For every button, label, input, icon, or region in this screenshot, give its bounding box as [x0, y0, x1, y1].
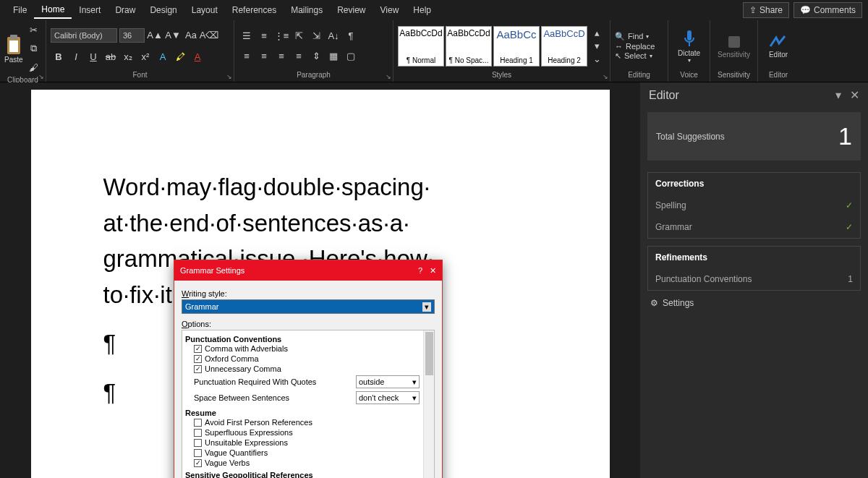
tab-design[interactable]: Design: [142, 2, 184, 18]
styles-more-icon[interactable]: ⌄: [589, 53, 605, 66]
checkbox-icon[interactable]: ✓: [194, 345, 202, 353]
text-effects-icon[interactable]: A: [155, 49, 171, 65]
checkbox-icon[interactable]: ✓: [194, 459, 202, 467]
numbering-icon[interactable]: ≡: [256, 28, 272, 44]
option-row[interactable]: Superfluous Expressions: [185, 427, 431, 438]
indent-icon[interactable]: ⇲: [308, 28, 324, 44]
dialog-launcher-icon[interactable]: ↘: [603, 73, 608, 80]
shrink-font-icon[interactable]: A▼: [165, 27, 181, 43]
total-suggestions-card[interactable]: Total Suggestions 1: [647, 112, 861, 161]
option-row[interactable]: ✓Comma with Adverbials: [185, 343, 431, 354]
find-button[interactable]: 🔍Find▾: [615, 32, 655, 41]
option-row[interactable]: ✓Oxford Comma: [185, 354, 431, 364]
change-case-icon[interactable]: Aa: [183, 27, 199, 43]
writing-style-select[interactable]: Grammar▾: [182, 299, 435, 314]
editor-button[interactable]: Editor: [762, 33, 794, 59]
strike-button[interactable]: ab: [103, 49, 119, 65]
paste-button[interactable]: Paste: [4, 34, 23, 64]
outdent-icon[interactable]: ⇱: [291, 28, 307, 44]
chevron-down-icon: ▾: [412, 393, 417, 403]
tab-home[interactable]: Home: [34, 1, 72, 19]
grammar-item[interactable]: Grammar✓: [648, 216, 860, 238]
tab-draw[interactable]: Draw: [108, 2, 142, 18]
space-dropdown[interactable]: don't check▾: [356, 391, 420, 404]
borders-icon[interactable]: ▢: [343, 48, 359, 64]
punctuation-item[interactable]: Punctuation Conventions1: [648, 268, 860, 290]
mic-icon: [682, 29, 697, 49]
tab-references[interactable]: References: [225, 2, 284, 18]
styles-down-icon[interactable]: ▾: [589, 40, 605, 53]
bullets-icon[interactable]: ☰: [239, 28, 255, 44]
tab-insert[interactable]: Insert: [72, 2, 108, 18]
shading-icon[interactable]: ▦: [326, 48, 341, 64]
tab-layout[interactable]: Layout: [184, 2, 225, 18]
style-heading1[interactable]: AaBbCcHeading 1: [493, 26, 540, 67]
option-row[interactable]: ✓Vague Verbs: [185, 458, 431, 468]
copy-icon[interactable]: ⧉: [26, 40, 42, 56]
checkbox-icon[interactable]: [194, 439, 202, 447]
checkbox-icon[interactable]: [194, 449, 202, 457]
clear-format-icon[interactable]: A⌫: [201, 27, 217, 43]
close-icon[interactable]: ✕: [430, 266, 436, 276]
chevron-down-icon[interactable]: ▾: [835, 88, 841, 102]
underline-button[interactable]: U: [85, 49, 101, 65]
scrollbar[interactable]: [423, 330, 434, 478]
highlight-icon[interactable]: 🖍: [172, 49, 188, 65]
align-center-icon[interactable]: ≡: [256, 48, 272, 64]
group-label: Editor: [762, 70, 794, 82]
style-heading2[interactable]: AaBbCcDHeading 2: [541, 26, 587, 67]
show-marks-icon[interactable]: ¶: [343, 28, 359, 44]
font-color-icon[interactable]: A: [190, 49, 205, 65]
total-count: 1: [838, 122, 852, 150]
group-label: Styles: [398, 70, 605, 82]
share-button[interactable]: ⇪Share: [743, 2, 789, 18]
cut-icon[interactable]: ✂: [26, 22, 42, 38]
sort-icon[interactable]: A↓: [326, 28, 341, 44]
help-icon[interactable]: ?: [418, 266, 422, 276]
font-family-select[interactable]: [51, 28, 117, 43]
menubar: File Home Insert Draw Design Layout Refe…: [0, 0, 868, 20]
option-row[interactable]: Unsuitable Expressions: [185, 438, 431, 448]
options-label: Options:: [182, 320, 435, 328]
tab-review[interactable]: Review: [330, 2, 373, 18]
dictate-button[interactable]: Dictate▾: [673, 29, 705, 64]
quotes-dropdown[interactable]: outside▾: [356, 375, 420, 388]
styles-up-icon[interactable]: ▴: [589, 27, 605, 40]
tab-view[interactable]: View: [373, 2, 407, 18]
multilevel-icon[interactable]: ⋮≡: [273, 28, 289, 44]
style-no-spacing[interactable]: AaBbCcDd¶ No Spac...: [446, 26, 492, 67]
dialog-launcher-icon[interactable]: ↘: [386, 73, 391, 80]
close-icon[interactable]: ✕: [850, 88, 859, 102]
option-row[interactable]: Avoid First Person References: [185, 417, 431, 427]
font-size-select[interactable]: [119, 28, 145, 43]
select-button[interactable]: ↖Select▾: [615, 51, 655, 61]
style-normal[interactable]: AaBbCcDd¶ Normal: [398, 26, 444, 67]
subscript-button[interactable]: x₂: [120, 49, 136, 65]
dialog-launcher-icon[interactable]: ↘: [226, 73, 232, 80]
dialog-launcher-icon[interactable]: ↘: [38, 73, 44, 80]
checkbox-icon[interactable]: [194, 419, 202, 427]
bold-button[interactable]: B: [51, 49, 67, 65]
superscript-button[interactable]: x²: [137, 49, 153, 65]
option-row[interactable]: ✓Unnecessary Comma: [185, 364, 431, 374]
tab-mailings[interactable]: Mailings: [284, 2, 330, 18]
checkbox-icon[interactable]: ✓: [194, 365, 202, 373]
line-spacing-icon[interactable]: ⇕: [308, 48, 324, 64]
align-left-icon[interactable]: ≡: [239, 48, 255, 64]
search-icon: 🔍: [615, 32, 625, 41]
checkbox-icon[interactable]: [194, 429, 202, 437]
tab-file[interactable]: File: [6, 2, 34, 18]
italic-button[interactable]: I: [68, 49, 84, 65]
tab-help[interactable]: Help: [406, 2, 438, 18]
replace-button[interactable]: ↔Replace: [615, 42, 655, 51]
grow-font-icon[interactable]: A▲: [147, 27, 163, 43]
editor-settings-button[interactable]: ⚙Settings: [640, 291, 868, 315]
document-area[interactable]: Word·may·flag·double·spacing· at·the·end…: [0, 82, 640, 478]
comments-button[interactable]: 💬Comments: [793, 2, 862, 18]
sensitivity-button: Sensitivity: [715, 33, 753, 59]
checkbox-icon[interactable]: ✓: [194, 355, 202, 363]
option-row[interactable]: Vague Quantifiers: [185, 448, 431, 458]
justify-icon[interactable]: ≡: [291, 48, 307, 64]
align-right-icon[interactable]: ≡: [273, 48, 289, 64]
spelling-item[interactable]: Spelling✓: [648, 195, 860, 216]
